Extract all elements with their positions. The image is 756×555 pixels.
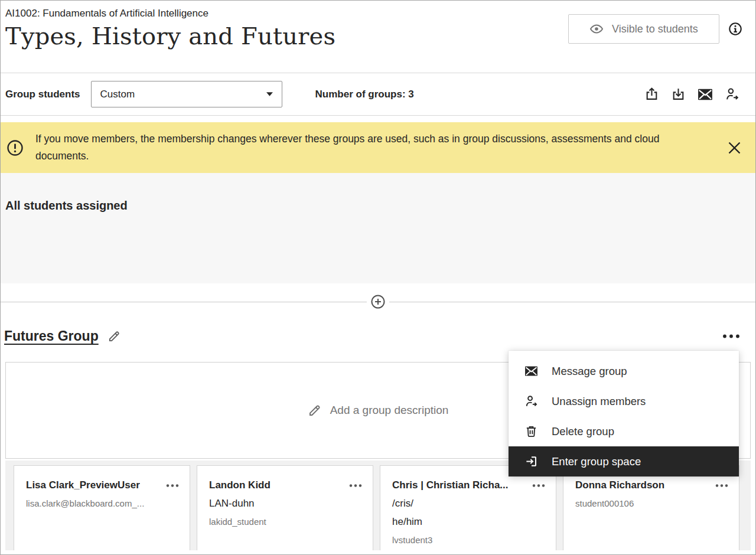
group-context-menu: Message group Unassign members Delete [509,351,739,476]
enter-icon [524,455,538,468]
menu-item-label: Unassign members [552,395,646,408]
group-students-label: Group students [5,89,80,100]
member-username: lisa.clark@blackboard.com_... [26,498,181,508]
toolbar-actions [644,87,739,102]
edit-group-name-icon[interactable] [107,329,121,343]
warning-banner: If you move members, the membership chan… [1,122,755,173]
member-name: Chris | Christian Richa... [392,479,509,491]
warning-message: If you move members, the membership chan… [35,130,676,165]
member-name: Lisa Clark_PreviewUser [26,479,140,491]
member-menu-icon[interactable] [530,483,548,488]
info-icon[interactable] [728,22,742,36]
member-name: Landon Kidd [209,479,271,491]
group-menu-icon[interactable] [722,332,740,341]
menu-item-label: Enter group space [552,455,641,468]
member-card: Chris | Christian Richa... /cris/ he/him… [380,465,556,550]
menu-item-delete-group[interactable]: Delete group [509,416,739,446]
member-username: student000106 [575,498,731,508]
member-card: Donna Richardson student000106 [563,465,739,550]
member-pronunciation: LAN-duhn [209,498,364,510]
groups-toolbar: Group students Custom Number of groups: … [1,73,755,116]
assignment-status-section: All students assigned [1,173,755,283]
menu-item-message-group[interactable]: Message group [509,356,739,386]
groups-page: AI1002: Fundamentals of Artificial Intel… [0,0,756,555]
envelope-icon [524,365,538,377]
group-header: Futures Group [1,324,755,348]
group-name-link[interactable]: Futures Group [4,328,99,344]
groups-count-label: Number of groups: 3 [315,89,414,100]
menu-item-enter-group-space[interactable]: Enter group space [509,446,739,476]
member-menu-icon[interactable] [713,483,731,488]
member-username: lvstudent3 [392,535,548,545]
eye-icon [589,22,604,36]
member-card: Landon Kidd LAN-duhn lakidd_student [197,465,373,550]
chevron-down-icon [266,92,273,96]
member-menu-icon[interactable] [347,483,364,488]
member-name: Donna Richardson [575,479,664,491]
member-card: Lisa Clark_PreviewUser lisa.clark@blackb… [14,465,190,550]
member-username: lakidd_student [209,517,364,527]
pencil-icon [308,403,322,417]
message-icon[interactable] [698,88,713,101]
grouping-select-value: Custom [100,89,135,100]
visibility-button[interactable]: Visible to students [568,14,719,44]
import-groups-icon[interactable] [671,87,686,102]
description-placeholder: Add a group description [330,404,449,417]
person-arrow-icon [524,394,538,408]
menu-item-label: Message group [552,365,627,378]
group-divider [1,283,755,320]
menu-item-label: Delete group [552,425,614,438]
menu-item-unassign-members[interactable]: Unassign members [509,386,739,416]
member-pronunciation: /cris/ [392,498,548,510]
page-header: AI1002: Fundamentals of Artificial Intel… [1,1,755,73]
add-group-icon[interactable] [367,294,389,309]
member-pronouns: he/him [392,516,548,528]
warning-icon [6,139,24,156]
member-menu-icon[interactable] [164,483,181,488]
export-groups-icon[interactable] [644,87,659,102]
trash-icon [524,425,538,438]
grouping-select[interactable]: Custom [91,81,282,107]
close-icon[interactable] [726,140,742,156]
all-assigned-label: All students assigned [5,199,755,213]
visibility-label: Visible to students [612,23,698,35]
person-arrow-icon[interactable] [725,87,739,102]
